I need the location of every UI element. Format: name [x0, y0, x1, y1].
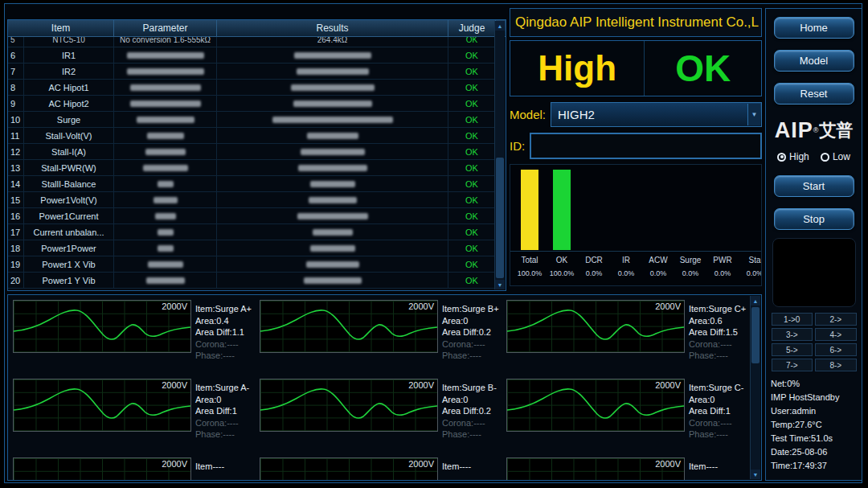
wave-corona-label: Corona:----	[195, 417, 249, 429]
wave-area-label: Area:0	[689, 394, 743, 406]
result-cell-redacted	[217, 64, 448, 79]
redacted-text	[148, 261, 183, 268]
table-row[interactable]: 19Power1 X VibOK	[8, 256, 495, 273]
result-cell-redacted	[217, 112, 448, 127]
judge-cell: OK	[448, 176, 495, 191]
table-row[interactable]: 13Stall-PWR(W)OK	[8, 160, 495, 176]
wave-phase-label: Phase:----	[195, 350, 252, 362]
waveform-info: Item----	[442, 457, 471, 480]
redacted-text	[147, 133, 184, 139]
radio-label: High	[789, 151, 809, 162]
radio-high[interactable]: High	[777, 151, 809, 162]
status-line: Temp:27.6°C	[771, 418, 862, 432]
channel-button-3[interactable]: 3->	[772, 328, 813, 341]
table-scrollbar[interactable]: ▲ ▼	[494, 21, 505, 289]
judge-cell: OK	[448, 208, 495, 223]
surge-waveform-chart: 2000V	[506, 300, 685, 353]
company-title: Qingdao AIP Intelligent Instrument Co.,L	[515, 14, 759, 31]
parameter-cell-redacted	[114, 64, 217, 79]
channel-button-4[interactable]: 4->	[815, 328, 857, 341]
wave-phase-label: Phase:----	[442, 350, 499, 362]
scroll-down-arrow-icon[interactable]: ▼	[751, 470, 760, 479]
redacted-text	[155, 213, 176, 219]
table-row[interactable]: 16Power1CurrentOK	[8, 208, 495, 224]
row-number: 13	[8, 160, 24, 175]
chevron-down-icon[interactable]: ▼	[747, 104, 760, 125]
result-cell-redacted	[217, 176, 448, 191]
table-row[interactable]: 17Current unbalan...OK	[8, 224, 495, 240]
surge-waveform-chart: 2000V	[260, 300, 438, 353]
chart-bar	[553, 170, 571, 250]
waveform-scrollbar[interactable]: ▲ ▼	[750, 296, 760, 479]
judge-cell: OK	[448, 256, 495, 272]
channel-button-2[interactable]: 2->	[815, 313, 857, 326]
channel-button-8[interactable]: 8->	[815, 359, 857, 371]
table-row[interactable]: 12Stall-I(A)OK	[8, 144, 495, 160]
redacted-text	[293, 100, 372, 107]
judge-cell: OK	[448, 240, 495, 256]
table-row[interactable]: 9AC Hipot2OK	[8, 96, 495, 112]
row-number: 8	[8, 80, 24, 95]
wave-area-label: Area:0.6	[689, 315, 746, 327]
channel-button-1[interactable]: 1->0	[772, 313, 813, 326]
row-number: 9	[8, 96, 24, 111]
table-row[interactable]: 14StallI-BalanceOK	[8, 176, 495, 192]
parameter-cell-redacted	[114, 47, 217, 63]
table-row[interactable]: 7IR2OK	[8, 64, 495, 80]
result-cell-redacted	[217, 208, 448, 223]
item-cell: StallI-Balance	[24, 176, 114, 191]
id-input[interactable]	[530, 133, 762, 159]
model-select[interactable]: HIGH2 ▼	[551, 102, 762, 127]
table-row[interactable]: 10SurgeOK	[8, 112, 495, 128]
status-line: Test Time:51.0s	[771, 432, 862, 445]
waveform-cell: 2000VItem:Surge B-Area:0Area Diff:0.2Cor…	[260, 379, 502, 453]
waveform-info: Item----	[195, 457, 224, 480]
parameter-cell-redacted	[114, 96, 217, 111]
table-row[interactable]: 15Power1Volt(V)OK	[8, 192, 495, 208]
scroll-up-arrow-icon[interactable]: ▲	[495, 21, 505, 31]
table-row[interactable]: 8AC Hipot1OK	[8, 80, 495, 96]
id-row: ID:	[510, 133, 762, 159]
waveform-cell-partial: 2000VItem----	[506, 457, 748, 480]
table-row[interactable]: 20Power1 Y VibOK	[8, 273, 495, 289]
radio-low[interactable]: Low	[821, 151, 850, 162]
table-row[interactable]: 6IR1OK	[8, 47, 495, 64]
item-cell: Stall-I(A)	[24, 144, 114, 159]
table-scroll-thumb[interactable]	[496, 158, 504, 278]
start-button[interactable]: Start	[774, 175, 854, 197]
channel-button-7[interactable]: 7->	[772, 359, 813, 371]
reset-button[interactable]: Reset	[774, 83, 854, 105]
scroll-down-arrow-icon[interactable]: ▼	[495, 280, 505, 289]
row-number: 17	[8, 224, 24, 240]
channel-button-5[interactable]: 5->	[772, 343, 813, 356]
judge-cell: OK	[448, 144, 495, 159]
status-block: Net:0%IMP HostStandbyUser:adminTemp:27.6…	[766, 377, 862, 473]
table-row-partial[interactable]: 5NTC5-10No conversion 1.6-555kΩ264.4kΩOK	[8, 37, 495, 47]
voltage-label: 2000V	[162, 380, 187, 390]
nav-buttons: HomeModelReset	[766, 17, 862, 105]
waveform-scroll-thumb[interactable]	[751, 307, 760, 363]
channel-map-grid: 1->02->3->4->5->6->7->8->	[772, 313, 857, 371]
chart-value-label: 0.0%	[578, 269, 610, 277]
status-line: User:admin	[771, 404, 862, 418]
judge-cell: OK	[448, 224, 495, 240]
voltage-label: 2000V	[408, 301, 434, 311]
status-line: Net:0%	[771, 377, 862, 391]
stop-button[interactable]: Stop	[774, 208, 854, 230]
logo-text: AIP	[775, 118, 813, 143]
waveform-cell: 2000VItem:Surge A+Area:0.4Area Diff:1.1C…	[13, 300, 255, 374]
waveform-cell: 2000VItem:Surge C+Area:0.6Area Diff:1.5C…	[506, 300, 748, 374]
parameter-cell-redacted	[114, 224, 217, 240]
judge-cell: OK	[448, 128, 495, 143]
model-label: Model:	[510, 108, 551, 121]
wave-item-label: Item:Surge A+	[195, 303, 252, 315]
model-button[interactable]: Model	[774, 50, 854, 72]
result-cell-redacted	[217, 256, 448, 272]
table-row[interactable]: 11Stall-Volt(V)OK	[8, 128, 495, 144]
channel-button-6[interactable]: 6->	[815, 343, 857, 356]
table-row[interactable]: 18Power1PowerOK	[8, 240, 495, 256]
speed-radio-group: HighLow	[766, 150, 862, 164]
scroll-up-arrow-icon[interactable]: ▲	[751, 296, 760, 306]
home-button[interactable]: Home	[774, 17, 854, 39]
surge-waveform-chart: 2000V	[13, 379, 191, 432]
